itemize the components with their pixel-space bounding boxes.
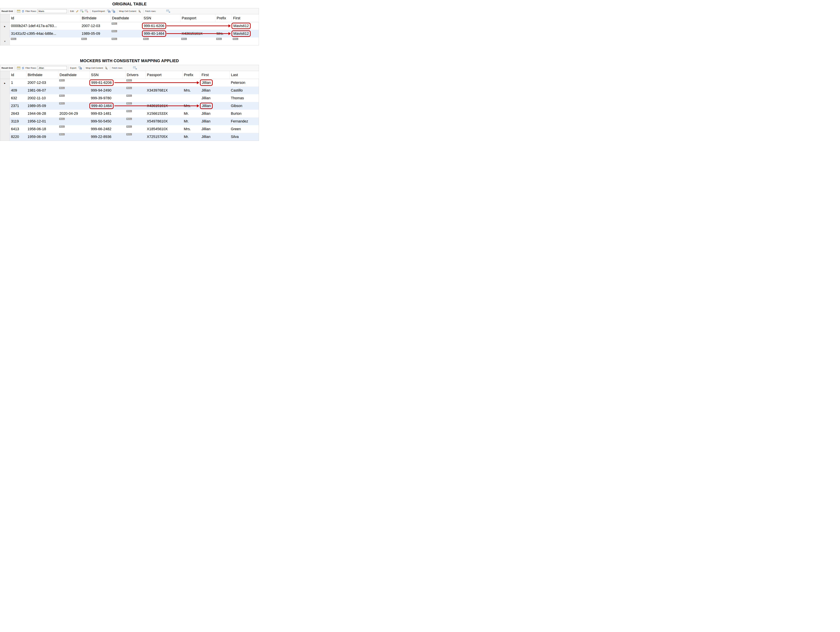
cell-last[interactable]: Green: [229, 125, 259, 133]
cell-drivers[interactable]: NULL: [125, 117, 145, 125]
cell-passport[interactable]: NULL: [180, 38, 215, 45]
cell-first[interactable]: NULL: [232, 38, 259, 45]
cell-first[interactable]: Jillian: [200, 102, 229, 110]
row-selector[interactable]: [0, 125, 9, 133]
result-grid-icon[interactable]: [17, 10, 21, 13]
cell-passport[interactable]: X72515705X: [145, 133, 182, 141]
row-selector[interactable]: [0, 87, 9, 94]
cell-last[interactable]: Gibson: [229, 102, 259, 110]
result-grid-icon[interactable]: [17, 67, 21, 70]
col-header-first[interactable]: First: [200, 71, 229, 79]
cell-deathdate[interactable]: NULL: [58, 87, 90, 94]
cell-ssn[interactable]: 999-66-2482: [90, 125, 125, 133]
add-row-icon[interactable]: [80, 10, 84, 13]
import-icon[interactable]: [112, 10, 115, 13]
cell-drivers[interactable]: NULL: [125, 125, 145, 133]
cell-id[interactable]: 31431cf2-c395-44ac-b88e...: [9, 30, 80, 38]
row-selector[interactable]: ▶: [0, 22, 9, 30]
col-header-passport[interactable]: Passport: [180, 14, 215, 22]
cell-id[interactable]: 6413: [9, 125, 26, 133]
col-header-first[interactable]: First: [232, 14, 259, 22]
col-header-birthdate[interactable]: Birthdate: [80, 14, 111, 22]
fetch-rows-icon[interactable]: [166, 10, 171, 13]
cell-last[interactable]: Thomas: [229, 94, 259, 102]
cell-last[interactable]: Castillo: [229, 87, 259, 94]
cell-last[interactable]: Silva: [229, 133, 259, 141]
cell-first[interactable]: Jillian: [200, 117, 229, 125]
cell-deathdate[interactable]: NULL: [58, 125, 90, 133]
cell-deathdate[interactable]: NULL: [58, 94, 90, 102]
cell-last[interactable]: Fernandez: [229, 117, 259, 125]
row-selector[interactable]: [0, 110, 9, 117]
cell-first[interactable]: Jillian: [200, 87, 229, 94]
table-row[interactable]: 3119 1956-12-01 NULL 999-50-5450 NULL X5…: [0, 117, 259, 125]
row-selector-header[interactable]: [0, 14, 9, 22]
row-selector[interactable]: [0, 117, 9, 125]
cell-prefix[interactable]: Mrs.: [182, 125, 200, 133]
export-save-icon[interactable]: [79, 66, 82, 70]
filter-rows-input[interactable]: [38, 9, 67, 13]
cell-passport[interactable]: X18545610X: [145, 125, 182, 133]
col-header-id[interactable]: Id: [9, 71, 26, 79]
cell-deathdate[interactable]: NULL: [58, 102, 90, 110]
cell-id[interactable]: 2643: [9, 110, 26, 117]
row-selector[interactable]: *: [0, 38, 9, 45]
cell-deathdate[interactable]: 2020-04-29: [58, 110, 90, 117]
col-header-last[interactable]: Last: [229, 71, 259, 79]
row-selector[interactable]: [0, 30, 9, 38]
table-row[interactable]: 409 1981-06-07 NULL 999-94-2490 NULL X34…: [0, 87, 259, 94]
col-header-passport[interactable]: Passport: [145, 71, 182, 79]
cell-prefix[interactable]: [182, 94, 200, 102]
row-selector[interactable]: [0, 102, 9, 110]
cell-last[interactable]: Burton: [229, 110, 259, 117]
cell-deathdate[interactable]: NULL: [111, 30, 142, 38]
cell-first[interactable]: Jillian: [200, 110, 229, 117]
cell-id[interactable]: 3119: [9, 117, 26, 125]
table-row[interactable]: 6413 1958-06-18 NULL 999-66-2482 NULL X1…: [0, 125, 259, 133]
edit-pencil-icon[interactable]: [76, 10, 79, 13]
cell-ssn[interactable]: 999-50-5450: [90, 117, 125, 125]
cell-birthdate[interactable]: 1989-05-09: [26, 102, 58, 110]
cell-last[interactable]: Peterson: [229, 79, 259, 87]
col-header-birthdate[interactable]: Birthdate: [26, 71, 58, 79]
cell-birthdate[interactable]: 1956-12-01: [26, 117, 58, 125]
cell-id[interactable]: 409: [9, 87, 26, 94]
row-selector[interactable]: [0, 94, 9, 102]
cell-first[interactable]: Jillian: [200, 133, 229, 141]
cell-drivers[interactable]: NULL: [125, 94, 145, 102]
cell-id[interactable]: 2371: [9, 102, 26, 110]
table-row[interactable]: 2643 1944-06-28 2020-04-29 999-83-1481 N…: [0, 110, 259, 117]
cell-passport[interactable]: X15661533X: [145, 110, 182, 117]
cell-first[interactable]: Jillian: [200, 94, 229, 102]
col-header-deathdate[interactable]: Deathdate: [58, 71, 90, 79]
cell-first[interactable]: Jillian: [200, 125, 229, 133]
cell-deathdate[interactable]: NULL: [111, 38, 142, 45]
cell-passport[interactable]: [145, 94, 182, 102]
cell-birthdate[interactable]: NULL: [80, 38, 111, 45]
cell-ssn[interactable]: 999-22-8936: [90, 133, 125, 141]
cell-first[interactable]: Mavis612: [232, 22, 259, 30]
cell-ssn[interactable]: NULL: [142, 38, 180, 45]
cell-prefix[interactable]: Mrs.: [182, 87, 200, 94]
cell-ssn[interactable]: 999-39-9780: [90, 94, 125, 102]
cell-first[interactable]: Jillian: [200, 79, 229, 87]
filter-rows-input[interactable]: [38, 66, 67, 70]
cell-birthdate[interactable]: 1958-06-18: [26, 125, 58, 133]
cell-id[interactable]: 8220: [9, 133, 26, 141]
cell-id[interactable]: 0000b247-1def-417a-a783...: [9, 22, 80, 30]
cell-passport[interactable]: X34397681X: [145, 87, 182, 94]
new-row[interactable]: * NULL NULL NULL NULL NULL NULL NULL: [0, 38, 259, 45]
cell-drivers[interactable]: NULL: [125, 87, 145, 94]
cell-deathdate[interactable]: NULL: [111, 22, 142, 30]
table-row[interactable]: 632 2002-11-10 NULL 999-39-9780 NULL Jil…: [0, 94, 259, 102]
cell-prefix[interactable]: NULL: [215, 38, 232, 45]
cell-first[interactable]: Mavis612: [232, 30, 259, 38]
table-row[interactable]: 8220 1959-06-09 NULL 999-22-8936 NULL X7…: [0, 133, 259, 141]
cell-birthdate[interactable]: 2007-12-03: [80, 22, 111, 30]
cell-birthdate[interactable]: 2002-11-10: [26, 94, 58, 102]
col-header-prefix[interactable]: Prefix: [215, 14, 232, 22]
cell-passport[interactable]: X54978610X: [145, 117, 182, 125]
wrap-cell-content-icon[interactable]: IA: [105, 67, 108, 70]
col-header-prefix[interactable]: Prefix: [182, 71, 200, 79]
cell-prefix[interactable]: Mr.: [182, 117, 200, 125]
